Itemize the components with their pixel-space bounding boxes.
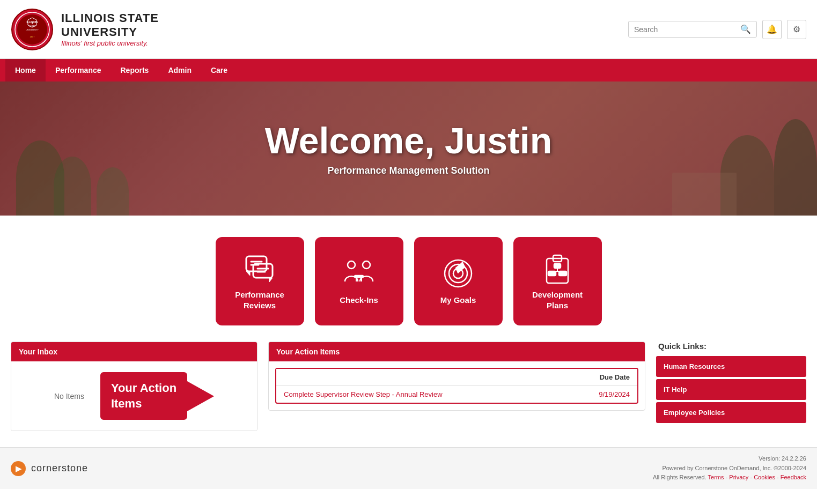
bottom-section: Your Inbox No Items Your ActionItems You…	[0, 342, 817, 447]
inbox-header: Your Inbox	[11, 342, 257, 361]
search-icon-button[interactable]: 🔍	[740, 24, 751, 34]
people-meeting-icon	[343, 257, 375, 290]
nav-item-performance[interactable]: Performance	[46, 59, 111, 81]
tagline: Illinois' first public university.	[61, 39, 159, 47]
svg-rect-27	[554, 264, 561, 268]
footer: ▶ cornerstone Version: 24.2.2.26 Powered…	[0, 447, 817, 489]
footer-link-feedback[interactable]: Feedback	[781, 474, 806, 480]
isu-seal-icon: ILLINOIS STATE UNIVERSITY 1857 I	[11, 8, 54, 51]
hero-banner: Welcome, Justin Performance Management S…	[0, 81, 817, 216]
footer-powered-by: Powered by Cornerstone OnDemand, Inc. ©2…	[653, 464, 806, 473]
quick-links-list: Human ResourcesIT HelpEmployee Policies	[656, 356, 806, 423]
footer-logo: ▶ cornerstone	[11, 461, 88, 476]
target-goal-icon	[442, 257, 474, 290]
card-performance-reviews-label: PerformanceReviews	[235, 290, 284, 310]
quick-links-title: Quick Links:	[656, 342, 806, 351]
search-input[interactable]	[634, 25, 740, 34]
logo-text: Illinois StateUniversity Illinois' first…	[61, 11, 159, 48]
card-my-goals-label: My Goals	[440, 295, 476, 306]
action-items-panel: Your Action Items Due Date Complete Supe…	[268, 342, 645, 411]
footer-version: Version: 24.2.2.26	[653, 454, 806, 464]
logo-area: ILLINOIS STATE UNIVERSITY 1857 I Illinoi…	[11, 8, 159, 51]
svg-point-15	[348, 261, 355, 269]
action-items-header: Your Action Items	[269, 342, 645, 361]
action-items-highlight-box: Due Date Complete Supervisor Review Step…	[275, 368, 638, 404]
card-development-plans[interactable]: DevelopmentPlans	[513, 237, 602, 325]
quick-link-item[interactable]: IT Help	[656, 379, 806, 400]
tree-left-2	[54, 157, 91, 216]
card-check-ins-label: Check-Ins	[340, 295, 378, 306]
settings-button[interactable]: ⚙	[787, 20, 806, 39]
quick-link-item[interactable]: Employee Policies	[656, 402, 806, 423]
card-development-plans-label: DevelopmentPlans	[532, 290, 583, 310]
callout-box: Your ActionItems	[100, 372, 187, 420]
svg-text:1857: 1857	[30, 35, 35, 38]
svg-text:UNIVERSITY: UNIVERSITY	[26, 28, 39, 31]
building-right	[672, 173, 737, 216]
nav-bar: Home Performance Reports Admin Care	[0, 59, 817, 81]
inbox-body: No Items Your ActionItems	[11, 361, 257, 431]
callout-label: Your ActionItems	[111, 381, 176, 410]
card-my-goals[interactable]: My Goals	[414, 237, 503, 325]
nav-item-home[interactable]: Home	[5, 59, 46, 81]
search-box[interactable]: 🔍	[628, 21, 757, 38]
nav-item-admin[interactable]: Admin	[158, 59, 201, 81]
inbox-empty-message: No Items	[54, 392, 84, 401]
svg-text:I: I	[32, 20, 33, 25]
footer-legal: All Rights Reserved. Terms - Privacy - C…	[653, 473, 806, 483]
university-name-line1: Illinois State	[61, 11, 159, 25]
footer-right: Version: 24.2.2.26 Powered by Cornerston…	[653, 454, 806, 483]
quick-links-panel: Quick Links: Human ResourcesIT HelpEmplo…	[656, 342, 806, 425]
header: ILLINOIS STATE UNIVERSITY 1857 I Illinoi…	[0, 0, 817, 59]
cornerstone-logo-text: cornerstone	[31, 463, 88, 474]
col-header-due-date: Due Date	[562, 369, 637, 386]
card-performance-reviews[interactable]: PerformanceReviews	[216, 237, 304, 325]
header-right: 🔍 🔔 ⚙	[628, 20, 806, 39]
hero-title: Welcome, Justin	[265, 121, 552, 161]
nav-item-reports[interactable]: Reports	[111, 59, 159, 81]
clipboard-chart-icon	[541, 252, 573, 284]
svg-point-16	[363, 261, 370, 269]
footer-link-terms[interactable]: Terms	[708, 474, 724, 480]
action-item-due-date: 9/19/2024	[562, 386, 637, 403]
action-items-body: Due Date Complete Supervisor Review Step…	[269, 361, 645, 410]
action-items-table: Due Date Complete Supervisor Review Step…	[276, 369, 637, 403]
svg-rect-17	[355, 276, 363, 277]
quick-link-item[interactable]: Human Resources	[656, 356, 806, 377]
col-header-item	[276, 369, 562, 386]
action-item-label: Complete Supervisor Review Step - Annual…	[276, 386, 562, 403]
card-check-ins[interactable]: Check-Ins	[315, 237, 403, 325]
hero-subtitle: Performance Management Solution	[265, 165, 552, 176]
svg-rect-31	[559, 271, 566, 276]
hero-content: Welcome, Justin Performance Management S…	[265, 121, 552, 176]
callout-arrow-icon	[187, 381, 214, 411]
tree-right-2	[774, 119, 817, 216]
notifications-button[interactable]: 🔔	[762, 20, 782, 39]
cards-section: PerformanceReviews Check-Ins My Goals	[0, 216, 817, 342]
tree-left-3	[97, 167, 129, 216]
university-name-line2: University	[61, 25, 137, 39]
footer-link-privacy[interactable]: Privacy	[729, 474, 748, 480]
footer-link-cookies[interactable]: Cookies	[754, 474, 775, 480]
cornerstone-logo-icon: ▶	[11, 461, 26, 476]
chat-bubbles-icon	[244, 252, 276, 284]
nav-item-care[interactable]: Care	[201, 59, 237, 81]
inbox-panel: Your Inbox No Items Your ActionItems	[11, 342, 257, 431]
svg-rect-30	[548, 271, 556, 276]
action-item-row[interactable]: Complete Supervisor Review Step - Annual…	[276, 386, 637, 403]
